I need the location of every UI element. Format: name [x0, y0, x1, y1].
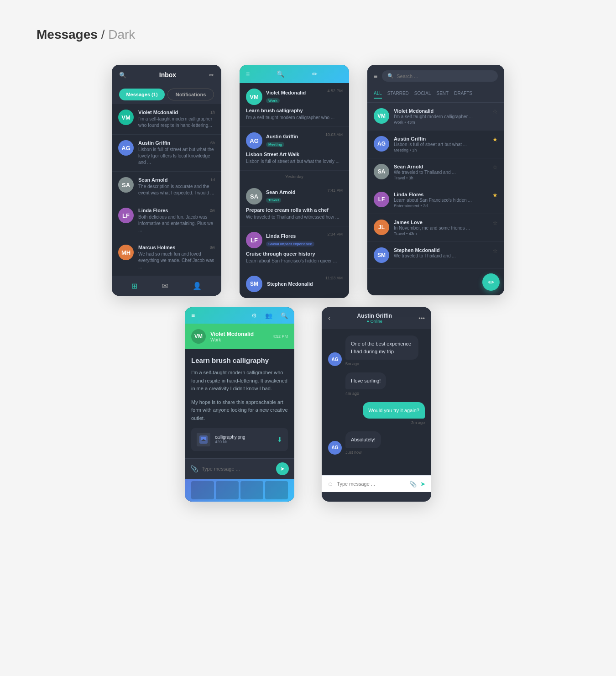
- star-icon[interactable]: ★: [492, 192, 498, 199]
- profile-icon[interactable]: 👤: [193, 282, 202, 290]
- tab-notifications[interactable]: Notifications: [167, 89, 214, 100]
- send-button[interactable]: ➤: [420, 480, 426, 487]
- star-icon[interactable]: ☆: [492, 220, 498, 226]
- grid-icon[interactable]: ⊞: [131, 282, 137, 290]
- edit-icon[interactable]: ✏: [209, 72, 214, 79]
- star-icon[interactable]: ☆: [492, 247, 498, 254]
- thread-title: Learn brush calligraphy: [191, 356, 288, 364]
- chat-message-input[interactable]: [337, 481, 406, 487]
- msg-time: 8w: [209, 245, 215, 250]
- people-icon[interactable]: 👥: [265, 312, 272, 319]
- message-bubble: I love surfing!: [345, 372, 386, 389]
- search-icon[interactable]: 🔍: [281, 312, 288, 319]
- avatar: LF: [246, 232, 262, 248]
- inbox-msg-marcus[interactable]: MH Marcus Holmes 8w We had so much fun a…: [112, 239, 221, 276]
- panel-chat: ‹ Austin Griffin ● Online ••• AG One of …: [322, 307, 431, 502]
- attach-size: 420 kb: [215, 440, 272, 444]
- more-icon[interactable]: •••: [418, 315, 425, 322]
- thread-item-sean[interactable]: SA Sean Arnold Travel 7:41 PM Prepare ic…: [240, 183, 349, 226]
- search-box[interactable]: 🔍: [382, 70, 498, 82]
- thread-item-austin[interactable]: AG Austin Griffin Meeting 10:03 AM Lisbo…: [240, 127, 349, 171]
- emoji-icon[interactable]: ☺: [327, 481, 333, 487]
- filter-tabs: ALL STARRED SOCIAL SENT DRAFTS: [367, 87, 504, 103]
- filter-tab-drafts[interactable]: DRAFTS: [454, 91, 472, 99]
- search-item-linda[interactable]: LF Linda Flores Learn about San Francisc…: [367, 186, 504, 214]
- search-item-stephen[interactable]: SM Stephen Mcdonalid We traveled to Thai…: [367, 242, 504, 269]
- attach-icon[interactable]: 📎: [409, 481, 417, 487]
- avatar: VM: [191, 329, 206, 344]
- thread-list-header: ≡ 🔍 ✏: [240, 65, 349, 83]
- avatar: MH: [118, 245, 134, 260]
- search-icon[interactable]: 🔍: [277, 70, 307, 78]
- thread-item-linda[interactable]: LF Linda Flores Social impact experience…: [240, 226, 349, 270]
- thread-tag: Work: [266, 98, 280, 103]
- tab-messages[interactable]: Messages (1): [119, 89, 165, 100]
- avatar: SM: [374, 247, 389, 263]
- filter-tab-starred[interactable]: STARRED: [387, 91, 409, 99]
- search-icon[interactable]: 🔍: [119, 72, 126, 79]
- thread-name: Violet Mcdonalid: [266, 90, 324, 95]
- thread-time: 4:52 PM: [327, 89, 343, 93]
- thread-body-text1: I'm a self-taught modern calligrapher wh…: [191, 369, 288, 393]
- avatar: AG: [118, 140, 134, 156]
- star-icon[interactable]: ★: [492, 136, 498, 143]
- filter-tab-sent[interactable]: SENT: [437, 91, 449, 99]
- filter-tab-social[interactable]: SOCIAL: [414, 91, 431, 99]
- search-item-sean[interactable]: SA Sean Arnold We traveled to Thailand a…: [367, 158, 504, 186]
- result-meta: Travel • 43m: [394, 231, 488, 236]
- mail-icon[interactable]: ✉: [162, 282, 168, 290]
- menu-icon[interactable]: ≡: [374, 73, 377, 80]
- compose-fab[interactable]: ✏: [482, 273, 500, 291]
- user-name: Violet Mcdonalid: [210, 331, 254, 337]
- result-preview: In November, me and some friends ...: [394, 225, 488, 231]
- result-name: Stephen Mcdonalid: [394, 247, 488, 253]
- inbox-msg-violet[interactable]: VM Violet Mcdonalid 1h I'm a self-taught…: [112, 104, 221, 135]
- avatar: LF: [374, 192, 389, 207]
- attach-icon[interactable]: 📎: [190, 465, 198, 472]
- edit-icon[interactable]: ✏: [312, 70, 343, 78]
- avatar: SA: [246, 188, 262, 204]
- avatar: AG: [328, 441, 342, 455]
- thread-preview: We traveled to Thailand and witnessed ho…: [246, 214, 343, 220]
- avatar: AG: [246, 132, 262, 149]
- filter-icon[interactable]: ⚙: [251, 312, 257, 319]
- thread-user-bar: VM Violet Mcdonalid Work 4:52 PM: [185, 324, 294, 349]
- menu-icon[interactable]: ≡: [191, 312, 195, 319]
- inbox-msg-linda[interactable]: LF Linda Flores 2w Both delicious and fu…: [112, 202, 221, 239]
- menu-icon[interactable]: ≡: [246, 70, 277, 78]
- inbox-title: Inbox: [159, 71, 176, 79]
- search-header: ≡ 🔍: [367, 65, 504, 87]
- message-time: Just now: [345, 450, 381, 455]
- download-icon[interactable]: ⬇: [277, 436, 282, 443]
- search-input[interactable]: [397, 73, 492, 79]
- msg-preview: We had so much fun and loved everything …: [138, 251, 215, 270]
- thread-time: 2:34 PM: [327, 232, 343, 236]
- send-button[interactable]: ➤: [276, 462, 289, 475]
- message-input[interactable]: [202, 466, 272, 472]
- thread-item-violet[interactable]: VM Violet Mcdonalid Work 4:52 PM Learn b…: [240, 83, 349, 127]
- panel-thread-detail: ≡ ⚙ 👥 🔍 VM Violet Mcdonalid Work 4:52 PM…: [185, 307, 294, 502]
- inbox-msg-austin[interactable]: AG Austin Griffin 6h Lisbon is full of s…: [112, 135, 221, 172]
- attachment: calligraphy.png 420 kb ⬇: [191, 428, 288, 451]
- search-results: VM Violet Mcdonalid I'm a self-taught mo…: [367, 103, 504, 269]
- star-icon[interactable]: ☆: [492, 164, 498, 171]
- inbox-msg-sean[interactable]: SA Sean Arnold 1d The description is acc…: [112, 172, 221, 202]
- result-preview: Lisbon is full of street art but what ..…: [394, 142, 488, 147]
- filter-tab-all[interactable]: ALL: [374, 91, 382, 99]
- thread-time: 10:03 AM: [325, 132, 343, 137]
- thread-body-text2: My hope is to share this approachable ar…: [191, 398, 288, 423]
- chat-header: ‹ Austin Griffin ● Online •••: [322, 307, 431, 329]
- result-name: Austin Griffin: [394, 136, 488, 141]
- back-icon[interactable]: ‹: [328, 314, 330, 322]
- star-icon[interactable]: ☆: [492, 108, 498, 115]
- attach-thumbnail: [197, 433, 210, 446]
- inbox-tabs: Messages (1) Notifications: [112, 85, 221, 104]
- result-name: James Love: [394, 220, 488, 225]
- thread-item-stephen[interactable]: SM Stephen Mcdonalid 11:23 AM: [240, 270, 349, 298]
- thread-title: Prepare ice cream rolls with a chef: [246, 207, 343, 213]
- panel-thread-list: ≡ 🔍 ✏ VM Violet Mcdonalid Work 4:52 PM L…: [240, 65, 349, 298]
- search-item-austin[interactable]: AG Austin Griffin Lisbon is full of stre…: [367, 131, 504, 158]
- search-item-violet[interactable]: VM Violet Mcdonalid I'm a self-taught mo…: [367, 103, 504, 131]
- search-item-james[interactable]: JL James Love In November, me and some f…: [367, 214, 504, 242]
- msg-time: 4:52 PM: [272, 334, 288, 339]
